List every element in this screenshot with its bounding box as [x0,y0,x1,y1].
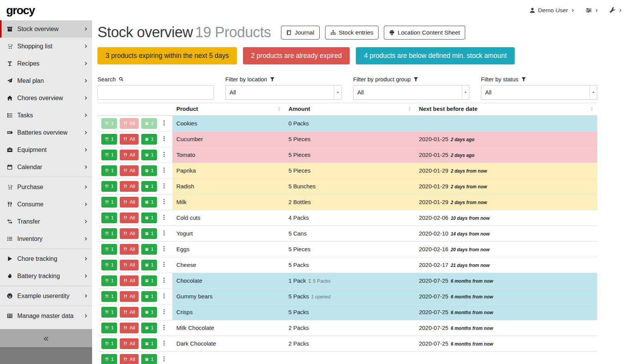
open-one-button[interactable]: 1 [141,260,157,270]
sidebar-item-consume[interactable]: Consume [0,196,92,213]
row-menu-button[interactable] [160,356,168,363]
open-one-button[interactable]: 1 [141,197,157,208]
consume-all-button[interactable]: All [120,307,138,318]
open-one-button[interactable]: 1 [141,291,157,302]
consume-one-button[interactable]: 1 [101,291,117,302]
banner-expiring[interactable]: 3 products expiring within the next 5 da… [97,47,237,64]
consume-all-button[interactable]: All [120,354,138,364]
sidebar-collapse-button[interactable]: « [0,329,92,347]
sort-icon[interactable] [277,107,281,111]
consume-one-button[interactable]: 1 [101,354,117,364]
date-column-header[interactable]: Next best before date [415,103,597,115]
open-one-button[interactable]: 1 [141,307,157,318]
consume-one-button[interactable]: 1 [101,212,117,223]
sidebar-item-manage-master-data[interactable]: Manage master data [0,307,92,324]
consume-one-button[interactable]: 1 [101,150,117,160]
open-one-button[interactable]: 1 [141,212,157,223]
row-menu-button[interactable] [160,167,168,174]
row-menu-button[interactable] [160,262,168,268]
open-one-button[interactable]: 1 [141,244,157,255]
consume-one-button[interactable]: 1 [101,323,117,333]
consume-one-button[interactable]: 1 [101,165,117,176]
open-one-button[interactable]: 1 [141,338,157,349]
open-one-button[interactable]: 1 [141,181,157,192]
open-one-button[interactable]: 1 [141,150,157,160]
open-one-button[interactable]: 1 [141,228,157,239]
row-menu-button[interactable] [160,120,168,127]
sidebar-item-chore-tracking[interactable]: Chore tracking [0,250,92,267]
consume-one-button[interactable]: 1 [101,181,117,192]
open-one-button[interactable]: 1 [141,118,157,129]
banner-expired[interactable]: 2 products are already expired [243,47,350,64]
sidebar-item-shopping-list[interactable]: Shopping list [0,38,92,55]
consume-all-button[interactable]: All [120,291,138,302]
stock-entries-button[interactable]: Stock entries [325,26,379,40]
location-content-sheet-button[interactable]: Location Content Sheet [384,26,465,40]
consume-all-button[interactable]: All [120,134,138,145]
sidebar-item-battery-tracking[interactable]: Battery tracking [0,267,92,285]
open-one-button[interactable]: 1 [141,323,157,333]
consume-all-button[interactable]: All [120,118,138,129]
consume-one-button[interactable]: 1 [101,338,117,349]
location-filter-select[interactable]: All [225,85,342,100]
row-menu-button[interactable] [160,183,168,190]
amount-column-header[interactable]: Amount [284,103,415,115]
row-menu-button[interactable] [160,230,168,237]
sidebar-item-transfer[interactable]: Transfer [0,213,92,230]
logo[interactable]: grocy [6,4,35,17]
row-menu-button[interactable] [160,246,168,253]
consume-all-button[interactable]: All [120,338,138,349]
status-filter-select[interactable]: All [481,85,597,100]
sidebar-item-tasks[interactable]: Tasks [0,107,92,124]
journal-button[interactable]: Journal [281,26,320,40]
sidebar-item-batteries-overview[interactable]: Batteries overview [0,124,92,141]
open-one-button[interactable]: 1 [141,134,157,145]
sidebar-item-calendar[interactable]: Calendar [0,158,92,176]
consume-all-button[interactable]: All [120,212,138,223]
sort-icon[interactable] [407,107,412,111]
sidebar-item-purchase[interactable]: Purchase [0,178,92,196]
product-column-header[interactable]: Product [172,103,284,115]
settings-menu[interactable] [586,7,599,13]
row-menu-button[interactable] [160,199,168,206]
open-one-button[interactable]: 1 [141,275,157,286]
row-menu-button[interactable] [160,324,168,331]
user-menu[interactable]: Demo User [529,7,575,14]
consume-all-button[interactable]: All [120,197,138,208]
consume-all-button[interactable]: All [120,244,138,255]
row-menu-button[interactable] [160,309,168,316]
row-menu-button[interactable] [160,214,168,221]
row-menu-button[interactable] [160,293,168,300]
sidebar-item-stock-overview[interactable]: Stock overview [0,20,92,38]
admin-menu[interactable] [610,7,623,13]
row-menu-button[interactable] [160,152,168,158]
sidebar-item-chores-overview[interactable]: Chores overview [0,89,92,107]
consume-one-button[interactable]: 1 [101,197,117,208]
consume-one-button[interactable]: 1 [101,275,117,286]
product-group-filter-select[interactable]: All [353,85,469,100]
consume-all-button[interactable]: All [120,260,138,270]
consume-all-button[interactable]: All [120,275,138,286]
open-one-button[interactable]: 1 [141,165,157,176]
row-menu-button[interactable] [160,136,168,143]
consume-all-button[interactable]: All [120,150,138,160]
sidebar-item-equipment[interactable]: Equipment [0,141,92,158]
sidebar-item-meal-plan[interactable]: Meal plan [0,72,92,89]
sidebar-item-recipes[interactable]: Recipes [0,55,92,72]
consume-all-button[interactable]: All [120,323,138,333]
sidebar-item-inventory[interactable]: Inventory [0,230,92,247]
consume-one-button[interactable]: 1 [101,118,117,129]
consume-all-button[interactable]: All [120,181,138,192]
consume-one-button[interactable]: 1 [101,307,117,318]
consume-all-button[interactable]: All [120,228,138,239]
consume-all-button[interactable]: All [120,165,138,176]
consume-one-button[interactable]: 1 [101,228,117,239]
sidebar-item-example-userentity[interactable]: Example userentity [0,287,92,305]
banner-below-min-stock[interactable]: 4 products are below defined min. stock … [356,47,515,64]
open-one-button[interactable]: 1 [141,354,157,364]
search-input[interactable] [97,85,214,100]
row-menu-button[interactable] [160,277,168,284]
sort-icon[interactable] [590,107,594,111]
consume-one-button[interactable]: 1 [101,260,117,270]
consume-one-button[interactable]: 1 [101,244,117,255]
